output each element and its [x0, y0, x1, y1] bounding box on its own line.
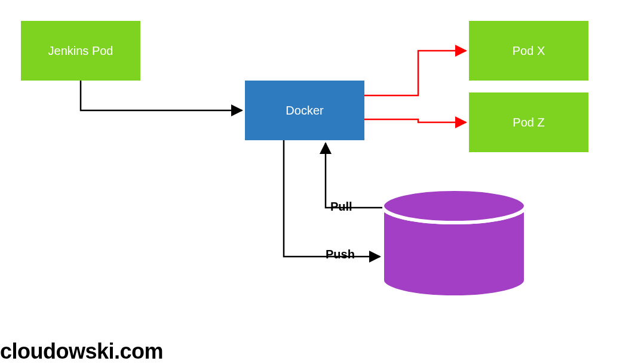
docker-label: Docker [286, 104, 323, 118]
docker-node: Docker [245, 81, 364, 140]
registry-label: External Registry [382, 236, 526, 267]
pod-z-label: Pod Z [513, 116, 544, 129]
watermark-text: cloudowski.com [0, 339, 163, 364]
pod-x-node: Pod X [469, 21, 588, 81]
arrow-jenkins-to-docker [81, 81, 242, 110]
arrow-docker-to-podx [364, 51, 466, 95]
jenkins-pod-node: Jenkins Pod [21, 21, 140, 81]
arrow-pull [326, 143, 382, 208]
svg-point-0 [382, 189, 526, 223]
pod-x-label: Pod X [513, 44, 545, 58]
pod-z-node: Pod Z [469, 92, 588, 152]
push-label: Push [326, 248, 355, 261]
arrow-docker-to-podz [364, 119, 466, 122]
registry-line2: Registry [432, 252, 476, 266]
registry-line1: External [432, 237, 476, 250]
pull-label: Pull [330, 200, 352, 214]
arrow-push [284, 140, 380, 257]
jenkins-pod-label: Jenkins Pod [48, 44, 114, 58]
